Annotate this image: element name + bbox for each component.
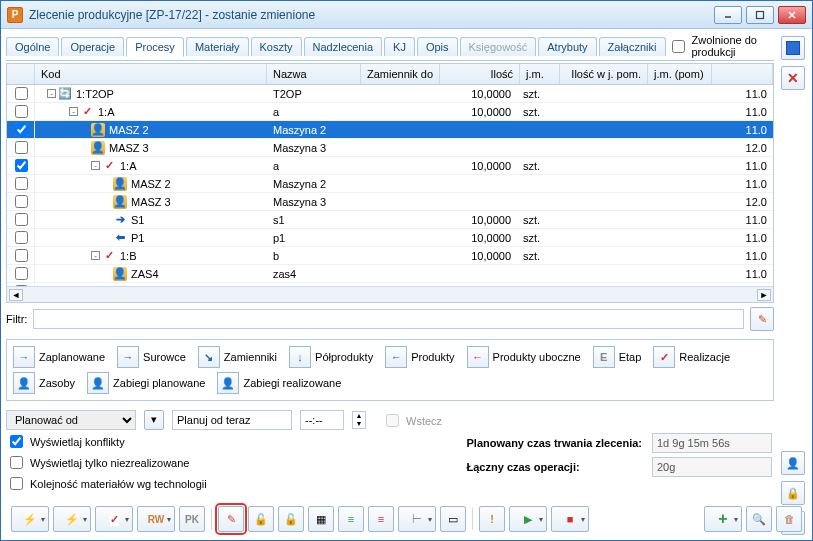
cancel-button[interactable]: ✕ bbox=[781, 66, 805, 90]
free-to-production-checkbox[interactable] bbox=[672, 40, 685, 53]
row-checkbox[interactable] bbox=[15, 285, 28, 286]
doc-button[interactable]: ▭ bbox=[440, 506, 466, 532]
tab-ogólne[interactable]: Ogólne bbox=[6, 37, 59, 56]
row-checkbox[interactable] bbox=[15, 195, 28, 208]
table-row[interactable]: -🔄 1:T2OPT2OP10,0000szt.11.0 bbox=[7, 85, 773, 103]
col-kod[interactable]: Kod bbox=[35, 64, 267, 84]
show-unrealized-checkbox[interactable] bbox=[10, 456, 23, 469]
table-row[interactable]: -✓ 1:Aa10,0000szt.11.0 bbox=[7, 103, 773, 121]
lock-green-button[interactable]: 🔓 bbox=[278, 506, 304, 532]
col-ilosc[interactable]: Ilość bbox=[440, 64, 520, 84]
table-row[interactable]: -✓ 1:Bb10,0000szt.11.0 bbox=[7, 247, 773, 265]
tab-koszty[interactable]: Koszty bbox=[251, 37, 302, 56]
minimize-button[interactable] bbox=[714, 6, 742, 24]
redcheck-button[interactable]: ✓ bbox=[95, 506, 133, 532]
table-row[interactable]: -✓ 1:Aa10,0000szt.11.0 bbox=[7, 157, 773, 175]
row-checkbox[interactable] bbox=[15, 213, 28, 226]
user-action-button[interactable]: 👤 bbox=[781, 451, 805, 475]
row-checkbox[interactable] bbox=[15, 177, 28, 190]
row-checkbox[interactable] bbox=[15, 267, 28, 280]
tree-expander[interactable]: - bbox=[69, 107, 78, 116]
tree-expander[interactable]: - bbox=[91, 161, 100, 170]
wstecz-checkbox-wrap[interactable]: Wstecz bbox=[382, 411, 442, 430]
gantt-2-button[interactable]: ≡ bbox=[368, 506, 394, 532]
col-jm[interactable]: j.m. bbox=[520, 64, 560, 84]
tab-opis[interactable]: Opis bbox=[417, 37, 458, 56]
save-button[interactable] bbox=[781, 36, 805, 60]
grid-body[interactable]: -🔄 1:T2OPT2OP10,0000szt.11.0-✓ 1:Aa10,00… bbox=[7, 85, 773, 286]
scroll-right-icon[interactable]: ► bbox=[757, 289, 771, 301]
table-row[interactable]: 👤 MASZ 3Maszyna 312.0 bbox=[7, 139, 773, 157]
add-button[interactable]: + bbox=[704, 506, 742, 532]
row-checkbox[interactable] bbox=[15, 141, 28, 154]
time-stepper[interactable]: ▲ ▼ bbox=[352, 411, 366, 429]
table-row[interactable]: 👤 MASZ 2Maszyna 211.0 bbox=[7, 121, 773, 139]
tab-nadzlecenia[interactable]: Nadzlecenia bbox=[304, 37, 383, 56]
filter-edit-button[interactable]: ✎ bbox=[750, 307, 774, 331]
lightning-green-icon: ⚡ bbox=[65, 513, 79, 526]
legend-item: EEtap bbox=[593, 346, 642, 368]
tab-księgowość[interactable]: Księgowość bbox=[460, 37, 537, 56]
tab-załączniki[interactable]: Załączniki bbox=[599, 37, 666, 56]
lock-open-button[interactable]: 🔓 bbox=[248, 506, 274, 532]
lightning-1-button[interactable]: ⚡ bbox=[11, 506, 49, 532]
rw-button[interactable]: RW bbox=[137, 506, 175, 532]
plan-from-input[interactable] bbox=[172, 410, 292, 430]
row-kod: ZAS4 bbox=[131, 268, 159, 280]
pk-button[interactable]: PK bbox=[179, 506, 205, 532]
maximize-button[interactable] bbox=[746, 6, 774, 24]
table-row[interactable]: 👤 ZAS4zas411.0 bbox=[7, 265, 773, 283]
tab-procesy[interactable]: Procesy bbox=[126, 37, 184, 57]
row-checkbox[interactable] bbox=[15, 123, 28, 136]
table-row[interactable]: 👤 MASZ 3Maszyna 312.0 bbox=[7, 193, 773, 211]
table-row[interactable]: ➔ S1s110,0000szt.11.0 bbox=[7, 211, 773, 229]
col-nazwa[interactable]: Nazwa bbox=[267, 64, 361, 84]
tree-expander[interactable]: - bbox=[47, 89, 56, 98]
chart-1-button[interactable]: ▦ bbox=[308, 506, 334, 532]
free-to-production[interactable]: Zwolnione do produkcji bbox=[668, 34, 775, 58]
plan-time-input[interactable] bbox=[300, 410, 344, 430]
col-zamiennik[interactable]: Zamiennik do bbox=[361, 64, 440, 84]
tree-expander[interactable]: - bbox=[91, 251, 100, 260]
row-checkbox[interactable] bbox=[15, 249, 28, 262]
lock-button[interactable]: 🔒 bbox=[781, 481, 805, 505]
row-checkbox[interactable] bbox=[15, 105, 28, 118]
table-row[interactable]: -✓ 1:Bb10,0000szt.11.0 bbox=[7, 283, 773, 286]
legend-icon: ↓ bbox=[289, 346, 311, 368]
delete-button[interactable]: 🗑 bbox=[776, 506, 802, 532]
tab-operacje[interactable]: Operacje bbox=[61, 37, 124, 56]
branch-button[interactable]: ⊢ bbox=[398, 506, 436, 532]
plan-mode-select[interactable]: Planować od bbox=[6, 410, 136, 430]
tab-kj[interactable]: KJ bbox=[384, 37, 415, 56]
zoom-button[interactable]: 🔍 bbox=[746, 506, 772, 532]
show-conflicts-checkbox[interactable] bbox=[10, 435, 23, 448]
row-checkbox[interactable] bbox=[15, 87, 28, 100]
row-checkbox[interactable] bbox=[15, 159, 28, 172]
material-order-checkbox[interactable] bbox=[10, 477, 23, 490]
lightning-2-button[interactable]: ⚡ bbox=[53, 506, 91, 532]
row-jm: szt. bbox=[517, 88, 557, 100]
filter-input[interactable] bbox=[33, 309, 744, 329]
highlighted-action-button[interactable]: ✎ bbox=[218, 506, 244, 532]
stop-button[interactable]: ■ bbox=[551, 506, 589, 532]
tab-materiały[interactable]: Materiały bbox=[186, 37, 249, 56]
legend-icon: 👤 bbox=[217, 372, 239, 394]
close-button[interactable] bbox=[778, 6, 806, 24]
table-row[interactable]: ⬅ P1p110,0000szt.11.0 bbox=[7, 229, 773, 247]
legend-icon: ↘ bbox=[198, 346, 220, 368]
plan-mode-dropdown-button[interactable]: ▾ bbox=[144, 410, 164, 430]
row-last: 11.0 bbox=[709, 286, 773, 287]
row-nazwa: b bbox=[267, 286, 361, 287]
col-jmpom[interactable]: j.m. (pom) bbox=[648, 64, 712, 84]
play-button[interactable]: ▶ bbox=[509, 506, 547, 532]
col-iloscjp[interactable]: Ilość w j. pom. bbox=[560, 64, 648, 84]
exclaim-button[interactable]: ! bbox=[479, 506, 505, 532]
scroll-left-icon[interactable]: ◄ bbox=[9, 289, 23, 301]
table-row[interactable]: 👤 MASZ 2Maszyna 211.0 bbox=[7, 175, 773, 193]
tab-atrybuty[interactable]: Atrybuty bbox=[538, 37, 596, 56]
legend-item: ✓Realizacje bbox=[653, 346, 730, 368]
plus-icon: + bbox=[718, 510, 727, 528]
row-checkbox[interactable] bbox=[15, 231, 28, 244]
horizontal-scrollbar[interactable]: ◄ ► bbox=[7, 286, 773, 302]
gantt-1-button[interactable]: ≡ bbox=[338, 506, 364, 532]
